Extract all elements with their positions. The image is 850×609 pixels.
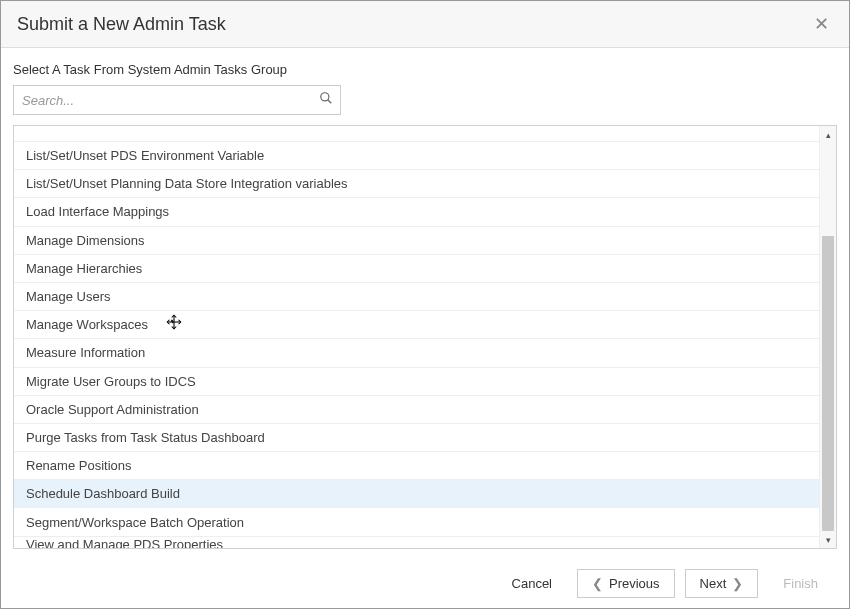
list-item[interactable] <box>14 126 836 142</box>
list-item[interactable]: Segment/Workspace Batch Operation <box>14 508 836 536</box>
previous-button[interactable]: ❮ Previous <box>577 569 675 598</box>
finish-button[interactable]: Finish <box>768 569 833 598</box>
list-item[interactable]: Manage Users <box>14 283 836 311</box>
finish-label: Finish <box>783 576 818 591</box>
list-item[interactable]: Migrate User Groups to IDCS <box>14 368 836 396</box>
chevron-right-icon: ❯ <box>732 577 743 590</box>
chevron-left-icon: ❮ <box>592 577 603 590</box>
dialog-footer: Cancel ❮ Previous Next ❯ Finish <box>1 559 849 608</box>
subtitle-label: Select A Task From System Admin Tasks Gr… <box>13 62 837 77</box>
list-item[interactable]: List/Set/Unset Planning Data Store Integ… <box>14 170 836 198</box>
task-list: List/Set/Unset PDS Environment Variable … <box>14 126 836 548</box>
scroll-down-button[interactable]: ▾ <box>820 531 837 548</box>
dialog-title: Submit a New Admin Task <box>17 14 226 35</box>
chevron-up-icon: ▴ <box>826 130 831 140</box>
search-wrapper <box>13 85 341 115</box>
task-list-container: List/Set/Unset PDS Environment Variable … <box>13 125 837 549</box>
cancel-label: Cancel <box>512 576 552 591</box>
scrollbar-track[interactable]: ▴ ▾ <box>819 126 836 548</box>
list-item[interactable]: List/Set/Unset PDS Environment Variable <box>14 142 836 170</box>
list-item[interactable]: Manage Workspaces <box>14 311 836 339</box>
close-icon: ✕ <box>814 14 829 34</box>
scroll-up-button[interactable]: ▴ <box>820 126 837 143</box>
next-label: Next <box>700 576 727 591</box>
previous-label: Previous <box>609 576 660 591</box>
list-item[interactable]: Purge Tasks from Task Status Dashboard <box>14 424 836 452</box>
scrollbar-thumb[interactable] <box>822 236 834 531</box>
chevron-down-icon: ▾ <box>826 535 831 545</box>
dialog-header: Submit a New Admin Task ✕ <box>1 1 849 48</box>
list-item[interactable]: Manage Dimensions <box>14 227 836 255</box>
list-item[interactable]: Manage Hierarchies <box>14 255 836 283</box>
list-item[interactable]: Rename Positions <box>14 452 836 480</box>
next-button[interactable]: Next ❯ <box>685 569 759 598</box>
list-item[interactable]: Load Interface Mappings <box>14 198 836 226</box>
list-item[interactable]: Measure Information <box>14 339 836 367</box>
close-button[interactable]: ✕ <box>810 13 833 35</box>
search-input[interactable] <box>13 85 341 115</box>
cancel-button[interactable]: Cancel <box>497 569 567 598</box>
list-item[interactable]: View and Manage PDS Properties <box>14 537 836 548</box>
list-item[interactable]: Schedule Dashboard Build <box>14 480 836 508</box>
list-item[interactable]: Oracle Support Administration <box>14 396 836 424</box>
dialog-body: Select A Task From System Admin Tasks Gr… <box>1 48 849 549</box>
